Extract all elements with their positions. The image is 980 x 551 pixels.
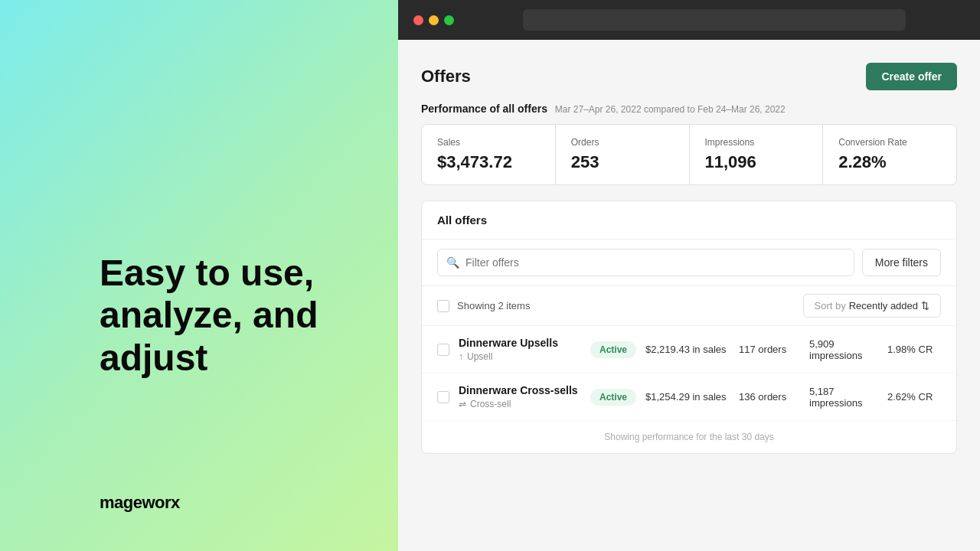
offer-type-label: Upsell [467, 351, 492, 362]
stat-value: $3,473.72 [437, 152, 540, 172]
performance-section: Performance of all offers Mar 27–Apr 26,… [421, 103, 957, 201]
more-filters-button[interactable]: More filters [862, 249, 941, 276]
footer-note: Showing performance for the last 30 days [422, 421, 956, 453]
all-offers-section: All offers 🔍 More filters Showing 2 item… [421, 201, 957, 454]
offer-info: Dinnerware Cross-sells ⇌ Cross-sell [459, 384, 581, 409]
filter-bar: 🔍 More filters [422, 240, 956, 286]
offer-orders: 136 orders [739, 391, 800, 403]
offer-cr: 1.98% CR [887, 344, 941, 355]
stat-card: Impressions 11,096 [690, 125, 823, 184]
offer-name: Dinnerware Cross-sells [459, 384, 581, 396]
offer-sales: $2,219.43 in sales [645, 344, 730, 355]
offer-impressions: 5,909 impressions [809, 338, 878, 361]
sort-chevron-icon: ⇅ [921, 300, 929, 311]
stat-card: Sales $3,473.72 [422, 125, 555, 184]
sort-button[interactable]: Sort by Recently added ⇅ [803, 294, 942, 318]
status-badge: Active [590, 341, 636, 358]
offer-orders: 117 orders [739, 344, 800, 355]
all-offers-title: All offers [422, 201, 956, 240]
search-input[interactable] [437, 249, 854, 276]
minimize-button[interactable] [429, 15, 439, 25]
browser-content: Offers Create offer Performance of all o… [398, 40, 980, 551]
browser-chrome [398, 0, 980, 40]
offer-type-icon: ⇌ [459, 399, 466, 409]
stat-label: Sales [437, 137, 540, 148]
row-checkbox[interactable] [437, 344, 449, 356]
sort-value: Recently added [849, 300, 918, 311]
stat-card: Conversion Rate 2.28% [823, 125, 956, 184]
browser-window: Offers Create offer Performance of all o… [398, 0, 980, 551]
maximize-button[interactable] [444, 15, 454, 25]
offer-type: ↑ Upsell [459, 351, 581, 362]
search-wrapper: 🔍 [437, 249, 854, 276]
stats-grid: Sales $3,473.72 Orders 253 Impressions 1… [421, 124, 957, 185]
close-button[interactable] [413, 15, 423, 25]
row-checkbox[interactable] [437, 391, 449, 403]
offer-impressions: 5,187 impressions [809, 386, 878, 409]
address-bar[interactable] [523, 9, 906, 31]
stat-label: Conversion Rate [838, 137, 941, 148]
stat-value: 11,096 [705, 152, 808, 172]
stat-value: 253 [571, 152, 674, 172]
search-icon: 🔍 [446, 256, 459, 269]
offer-list: Dinnerware Upsells ↑ Upsell Active $2,21… [422, 326, 956, 421]
offer-cr: 2.62% CR [887, 391, 941, 403]
offer-info: Dinnerware Upsells ↑ Upsell [459, 337, 581, 362]
headline: Easy to use, analyze, and adjust [100, 252, 360, 379]
status-badge: Active [590, 389, 636, 406]
page-title: Offers [421, 67, 471, 86]
sort-by-label: Sort by [815, 300, 846, 311]
select-all-checkbox[interactable] [437, 300, 449, 312]
table-row: Dinnerware Cross-sells ⇌ Cross-sell Acti… [422, 373, 956, 421]
stat-label: Orders [571, 137, 674, 148]
performance-date: Mar 27–Apr 26, 2022 compared to Feb 24–M… [555, 104, 786, 115]
offer-name: Dinnerware Upsells [459, 337, 581, 349]
stat-card: Orders 253 [556, 125, 689, 184]
offer-type-label: Cross-sell [470, 399, 511, 409]
offer-type: ⇌ Cross-sell [459, 399, 581, 409]
table-controls: Showing 2 items Sort by Recently added ⇅ [422, 286, 956, 326]
left-panel: Easy to use, analyze, and adjust magewor… [0, 0, 398, 551]
brand-logo: mageworx [100, 493, 360, 513]
stat-label: Impressions [705, 137, 808, 148]
table-row: Dinnerware Upsells ↑ Upsell Active $2,21… [422, 326, 956, 373]
traffic-lights [413, 15, 454, 25]
offer-sales: $1,254.29 in sales [645, 391, 730, 403]
create-offer-button[interactable]: Create offer [866, 63, 957, 90]
performance-header: Performance of all offers Mar 27–Apr 26,… [421, 103, 957, 115]
page-header: Offers Create offer [421, 63, 957, 90]
offer-type-icon: ↑ [459, 351, 463, 362]
showing-items: Showing 2 items [437, 300, 530, 312]
stat-value: 2.28% [838, 152, 941, 172]
